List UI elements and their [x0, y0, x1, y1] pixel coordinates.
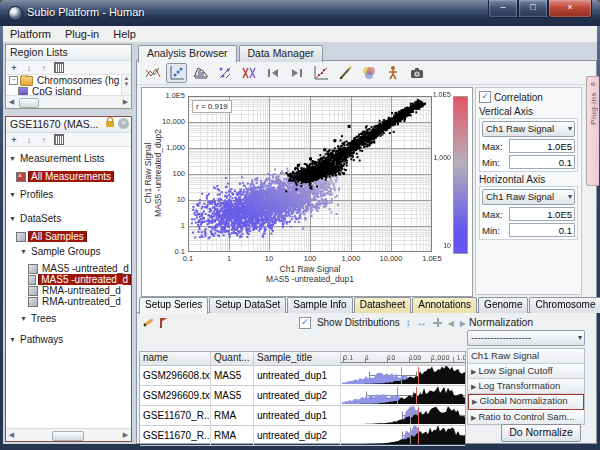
tab-annotations[interactable]: Annotations [412, 297, 477, 313]
snapshot-icon[interactable] [406, 63, 427, 83]
move-up-icon[interactable] [39, 63, 49, 73]
tab-datasheet[interactable]: Datasheet [354, 297, 412, 313]
move-all-icon[interactable] [433, 318, 442, 327]
leaf-mas5-dup1[interactable]: MAS5 -untreated_d [6, 263, 131, 274]
collapse-triangle-icon[interactable] [9, 215, 18, 222]
plugins-side-tab[interactable]: Plug-ins [586, 76, 599, 186]
menu-plugin[interactable]: Plug-in [58, 28, 106, 40]
collapse-triangle-icon[interactable] [9, 191, 18, 198]
leaf-mas5-dup2[interactable]: MAS5 -untreated_d [6, 274, 131, 285]
scroll-left-icon[interactable] [6, 431, 17, 439]
collapse-triangle-icon[interactable] [20, 315, 29, 322]
venn-diagram-icon[interactable] [358, 63, 379, 83]
experiment-header[interactable]: GSE11670 (MAS... [6, 117, 131, 133]
leaf-rma-dup1[interactable]: RMA-untreated_d [6, 285, 131, 296]
scatter-plot-icon[interactable] [166, 63, 187, 83]
vertical-min-field[interactable] [509, 155, 575, 169]
regression-plot-icon[interactable] [310, 63, 331, 83]
maximize-button[interactable]: □ [518, 0, 548, 18]
region-tree-vertical-scrollbar[interactable]: ▲▼ [121, 75, 131, 97]
show-distributions-checkbox[interactable] [299, 317, 311, 329]
flag-icon[interactable] [160, 318, 168, 328]
item-all-samples[interactable]: All Samples [6, 231, 131, 242]
delete-icon[interactable] [54, 62, 64, 73]
histogram-icon[interactable] [190, 63, 211, 83]
tab-setup-dataset[interactable]: Setup DataSet [209, 297, 286, 313]
region-tree-horizontal-scrollbar[interactable] [6, 95, 131, 108]
pathway-icon[interactable] [382, 63, 403, 83]
tab-setup-series[interactable]: Setup Series [139, 297, 208, 314]
parallel-coordinates-icon[interactable] [238, 63, 259, 83]
scatter-plot-canvas[interactable] [188, 96, 432, 252]
tab-data-manager[interactable]: Data Manager [239, 45, 324, 62]
add-icon[interactable] [9, 135, 19, 145]
line-chart-icon[interactable] [142, 63, 163, 83]
menu-platform[interactable]: Platform [3, 28, 58, 40]
tree-item-chromosomes[interactable]: Chromosomes (hg [6, 75, 131, 86]
step-low-signal-cutoff[interactable]: Low Signal Cutoff [468, 364, 584, 379]
subsection-sample-groups[interactable]: Sample Groups [6, 246, 131, 257]
step-ch1-raw-signal[interactable]: Ch1 Raw Signal [468, 349, 584, 364]
pen-tool-icon[interactable] [334, 63, 355, 83]
experiment-tree-horizontal-scrollbar[interactable] [6, 428, 131, 441]
tab-sample-info[interactable]: Sample Info [287, 297, 352, 313]
normalization-dropdown[interactable]: ------------------- [467, 330, 585, 346]
section-profiles[interactable]: Profiles [6, 189, 131, 200]
scroll-right-icon[interactable] [120, 98, 131, 106]
horizontal-max-field[interactable] [509, 207, 575, 221]
expand-vertical-icon[interactable] [406, 317, 411, 328]
col-sample-title[interactable]: Sample_title [254, 352, 341, 365]
move-down-icon[interactable] [24, 135, 34, 145]
add-icon[interactable] [9, 63, 19, 73]
scatter-matrix-icon[interactable] [214, 63, 235, 83]
do-normalize-button[interactable]: Do Normalize [501, 424, 581, 442]
correlation-checkbox[interactable] [479, 91, 491, 103]
step-log-transformation[interactable]: Log Transformation [468, 379, 584, 394]
table-row[interactable]: GSE11670_R... RMA untreated_dup1 [140, 406, 465, 426]
menu-help[interactable]: Help [106, 28, 143, 40]
scroll-left-icon[interactable] [6, 98, 17, 106]
horizontal-min-field[interactable] [509, 223, 575, 237]
col-name[interactable]: name [140, 352, 211, 365]
lock-icon[interactable] [106, 121, 114, 127]
expand-horizontal-icon[interactable] [417, 317, 427, 328]
col-distribution[interactable] [341, 352, 465, 365]
move-down-icon[interactable] [24, 63, 34, 73]
table-row[interactable]: GSM296608.txt MAS5 untreated_dup1 [140, 366, 465, 386]
section-datasets[interactable]: DataSets [6, 213, 131, 224]
delete-icon[interactable] [54, 134, 64, 145]
step-backward-icon[interactable] [262, 63, 283, 83]
horizontal-axis-signal-dropdown[interactable]: Ch1 Raw Signal [482, 189, 575, 205]
tab-chromosome[interactable]: Chromosome [529, 297, 600, 313]
subsection-trees[interactable]: Trees [6, 313, 131, 324]
scroll-thumb[interactable] [19, 98, 39, 108]
tab-analysis-browser[interactable]: Analysis Browser [138, 45, 237, 63]
collapse-triangle-icon[interactable] [9, 336, 18, 343]
minimize-button[interactable]: – [488, 0, 518, 18]
col-quant[interactable]: Quant... [211, 352, 254, 365]
leaf-rma-dup2[interactable]: RMA-untreated_d [6, 296, 131, 307]
close-experiment-icon[interactable] [118, 118, 129, 129]
close-button[interactable]: × [548, 0, 592, 18]
collapse-triangle-icon[interactable] [20, 248, 29, 255]
table-row[interactable]: GSM296609.txt MAS5 untreated_dup2 [140, 386, 465, 406]
section-pathways[interactable]: Pathways [6, 334, 131, 345]
section-measurement-lists[interactable]: Measurement Lists [6, 153, 131, 164]
collapse-icon[interactable] [590, 79, 595, 89]
edit-pencil-icon[interactable] [143, 318, 154, 327]
scroll-right-icon[interactable] [120, 431, 131, 439]
next-icon[interactable] [460, 317, 466, 328]
step-ratio-to-control[interactable]: Ratio to Control Sam... [468, 410, 584, 424]
vertical-max-field[interactable] [509, 139, 575, 153]
item-all-measurements[interactable]: All Measurements [6, 171, 131, 182]
title-bar[interactable]: Subio Platform - Human – □ × [0, 0, 600, 26]
prev-icon[interactable] [448, 317, 454, 328]
tab-genome[interactable]: Genome [478, 297, 528, 313]
table-row[interactable]: GSE11670_R... RMA untreated_dup2 [140, 426, 465, 446]
step-global-normalization[interactable]: Global Normalization [468, 394, 584, 410]
vertical-axis-signal-dropdown[interactable]: Ch1 Raw Signal [482, 121, 575, 137]
expander-icon[interactable] [9, 76, 18, 85]
move-up-icon[interactable] [39, 135, 49, 145]
scroll-thumb[interactable] [52, 431, 84, 441]
step-forward-icon[interactable] [286, 63, 307, 83]
